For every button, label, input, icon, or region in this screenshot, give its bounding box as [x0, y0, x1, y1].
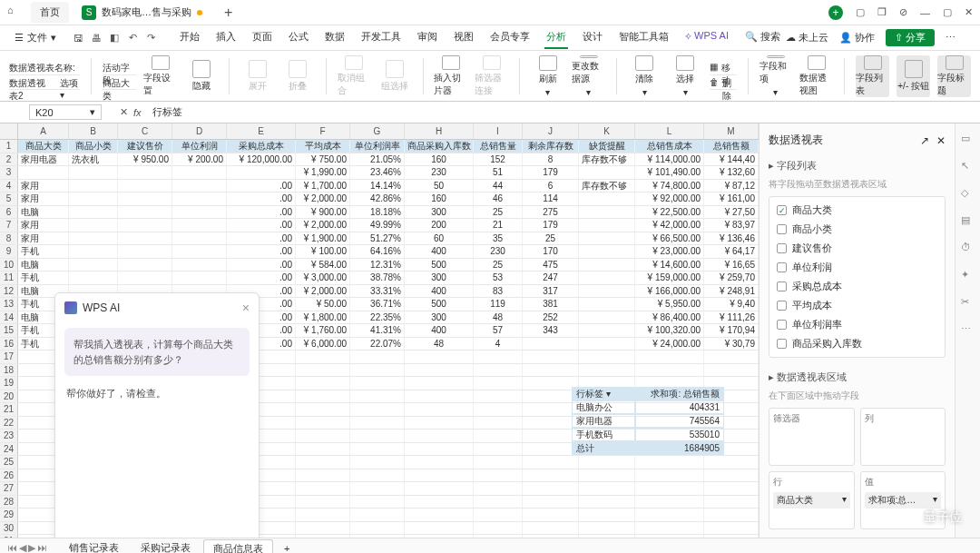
fields-and-items-button[interactable]: 字段和项▾ — [760, 55, 793, 97]
field-item[interactable]: 商品采购入库数 — [769, 334, 945, 353]
table-row[interactable]: 4家用.00¥ 1,700.0014.14%50446库存数不够¥ 74,800… — [0, 180, 759, 193]
table-row[interactable]: 11手机.00¥ 3,000.0038.78%30053247¥ 159,000… — [0, 272, 759, 285]
table-row[interactable]: 2家用电器洗衣机¥ 950.00¥ 200.00¥ 120,000.00¥ 75… — [0, 153, 759, 167]
tab-document[interactable]: S 数码家电…售与采购 — [73, 2, 211, 24]
redo-icon[interactable]: ↷ — [143, 31, 158, 45]
table-row[interactable]: 5家用.00¥ 2,000.0042.86%16046114¥ 92,000.0… — [0, 193, 759, 206]
formula-input[interactable]: 行标签 — [152, 105, 182, 119]
menu-search[interactable]: 🔍 搜索 — [743, 26, 782, 49]
delete-button[interactable]: 🗑 删除 — [710, 77, 737, 91]
sheet-nav-last[interactable]: ⏭ — [37, 542, 47, 553]
sheet-nav-prev[interactable]: ◀ — [19, 542, 26, 553]
menu-formula[interactable]: 公式 — [287, 26, 310, 49]
checkbox-icon[interactable] — [777, 224, 787, 234]
spreadsheet-grid[interactable]: A B C D E F G H I J K L M 1商品大类商品小类建议售价单… — [0, 123, 759, 538]
cell-reference-input[interactable]: K20▾ — [29, 104, 102, 120]
rail-select-icon[interactable]: ▭ — [961, 133, 975, 147]
pivot-chart-button[interactable]: 数据透视图 — [799, 55, 833, 97]
checkbox-icon[interactable] — [777, 339, 787, 349]
menu-page[interactable]: 页面 — [250, 26, 274, 49]
table-row[interactable]: 7家用.00¥ 2,000.0049.99%20021179¥ 42,000.0… — [0, 219, 759, 232]
clear-button[interactable]: 清除▾ — [628, 55, 662, 97]
field-list-button[interactable]: 字段列表 — [856, 55, 889, 97]
checkbox-icon[interactable] — [777, 205, 787, 215]
options-dropdown[interactable]: 选项▾ — [60, 77, 80, 90]
checkbox-icon[interactable] — [777, 243, 787, 253]
ai-close-button[interactable]: × — [242, 301, 250, 315]
hide-button[interactable]: 隐藏 — [184, 55, 218, 97]
checkbox-icon[interactable] — [777, 320, 787, 330]
add-button[interactable]: + — [828, 5, 843, 20]
sheet-tab-1[interactable]: 采购记录表 — [132, 539, 200, 553]
share-button[interactable]: ⇧ 分享 — [886, 29, 935, 46]
more-icon[interactable]: ⊘ — [899, 6, 907, 18]
field-item[interactable]: 平均成本 — [769, 296, 945, 315]
menu-analyze[interactable]: 分析 — [544, 26, 568, 49]
field-item[interactable]: 采购总成本 — [769, 277, 945, 296]
new-tab-button[interactable]: + — [224, 5, 232, 21]
table-row[interactable]: 3¥ 1,990.0023.46%23051179¥ 101,490.00¥ 1… — [0, 166, 759, 180]
menu-devtools[interactable]: 开发工具 — [359, 26, 403, 49]
pivot-result-table[interactable]: 行标签 ▾ 求和项: 总销售额 电脑办公404331家用电器745564手机数码… — [572, 387, 724, 455]
table-row[interactable]: 6电脑.00¥ 900.0018.18%30025275¥ 22,500.00¥… — [0, 206, 759, 220]
field-settings-button[interactable]: 字段设置 — [143, 55, 177, 97]
rail-tools-icon[interactable]: ✂ — [961, 296, 975, 311]
cube-icon[interactable]: ❒ — [877, 6, 887, 18]
menu-review[interactable]: 审阅 — [416, 26, 439, 49]
menu-vip[interactable]: 会员专享 — [488, 26, 532, 49]
field-item[interactable]: 商品大类 — [769, 201, 945, 220]
plusminus-button[interactable]: +/- 按钮 — [897, 55, 930, 97]
minimize-icon[interactable]: — — [920, 7, 930, 18]
more-menu-icon[interactable]: ⋯ — [946, 32, 956, 44]
cancel-formula-icon[interactable]: ✕ — [120, 106, 128, 118]
panel-popout-icon[interactable]: ↗ — [920, 134, 929, 147]
menu-start[interactable]: 开始 — [178, 26, 201, 49]
pivot-row-label[interactable]: 行标签 ▾ — [572, 387, 635, 400]
rail-clock-icon[interactable]: ⏱ — [961, 242, 975, 256]
save-icon[interactable]: 🖫 — [71, 31, 85, 45]
checkbox-icon[interactable] — [777, 301, 787, 311]
cloud-status[interactable]: ☁ 未上云 — [786, 31, 828, 44]
preview-icon[interactable]: ◧ — [107, 31, 122, 45]
rail-layout-icon[interactable]: ▤ — [961, 214, 975, 229]
sheet-tab-2[interactable]: 商品信息表 — [203, 539, 273, 554]
refresh-button[interactable]: 刷新▾ — [531, 55, 564, 97]
zone-rows[interactable]: 行商品大类▾ — [769, 471, 855, 529]
home-icon[interactable]: ⌂ — [7, 5, 24, 21]
field-title-button[interactable]: 字段标题 — [937, 55, 971, 97]
close-window-icon[interactable]: ✕ — [965, 6, 973, 18]
rail-cursor-icon[interactable]: ↖ — [961, 160, 975, 174]
collab-button[interactable]: 👤 协作 — [839, 31, 875, 44]
sheet-tab-0[interactable]: 销售记录表 — [60, 539, 128, 553]
panel-icon[interactable]: ▢ — [856, 6, 865, 18]
undo-icon[interactable]: ↶ — [125, 31, 140, 45]
sheet-nav-next[interactable]: ▶ — [28, 542, 35, 553]
zones-label[interactable]: 数据透视表区域 — [777, 371, 847, 382]
select-button[interactable]: 选择▾ — [669, 55, 702, 97]
menu-insert[interactable]: 插入 — [214, 26, 238, 49]
zone-filter[interactable]: 筛选器 — [769, 408, 855, 466]
table-row[interactable]: 10电脑.00¥ 584.0012.31%50025475¥ 14,600.00… — [0, 259, 759, 272]
rail-sparkle-icon[interactable]: ✦ — [961, 269, 975, 283]
table-row[interactable]: 9手机.00¥ 100.0064.16%400230170¥ 23,000.00… — [0, 245, 759, 259]
column-headers[interactable]: A B C D E F G H I J K L M — [0, 123, 759, 140]
add-sheet-button[interactable]: + — [284, 543, 289, 554]
sheet-nav-first[interactable]: ⏮ — [7, 542, 17, 553]
menu-design[interactable]: 设计 — [581, 26, 604, 49]
checkbox-icon[interactable] — [777, 262, 787, 272]
field-item[interactable]: 建议售价 — [769, 239, 945, 258]
menu-data[interactable]: 数据 — [323, 26, 347, 49]
panel-close-icon[interactable]: ✕ — [936, 134, 946, 147]
file-menu[interactable]: ☰ 文件 ▾ — [9, 29, 62, 46]
rail-more-icon[interactable]: ⋯ — [961, 323, 975, 338]
field-list[interactable]: 商品大类商品小类建议售价单位利润采购总成本平均成本单位利润率商品采购入库数 — [769, 196, 946, 358]
fields-label[interactable]: 字段列表 — [777, 160, 817, 171]
move-button[interactable]: ▦ 移动 — [710, 62, 737, 75]
field-item[interactable]: 单位利润率 — [769, 315, 945, 334]
field-item[interactable]: 商品小类 — [769, 220, 945, 239]
fx-icon[interactable]: fx — [133, 107, 142, 118]
menu-smarttools[interactable]: 智能工具箱 — [617, 26, 671, 49]
zone-columns[interactable]: 列 — [860, 408, 946, 466]
rail-shape-icon[interactable]: ◇ — [961, 187, 975, 202]
change-source-button[interactable]: 更改数据源▾ — [572, 55, 605, 97]
